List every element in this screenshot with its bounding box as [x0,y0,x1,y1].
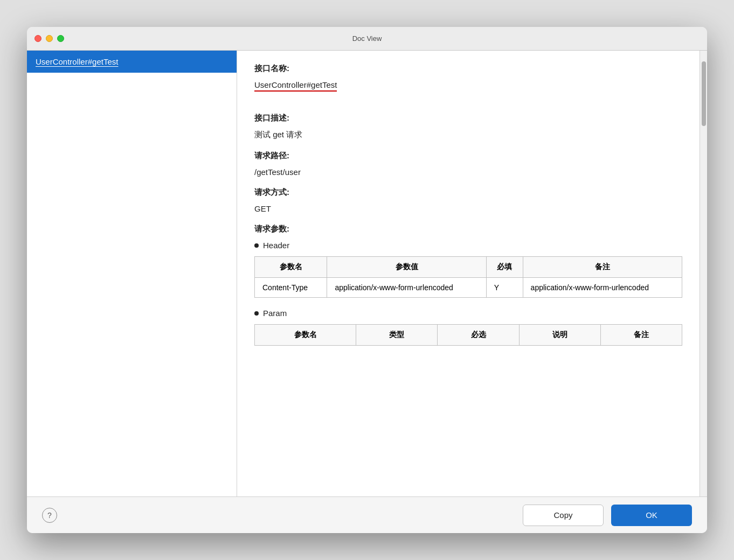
sidebar: UserController#getTest [27,51,237,496]
main-panel: 接口名称: UserController#getTest 接口描述: 测试 ge… [237,51,700,496]
api-params-label: 请求参数: [254,224,682,234]
title-bar: Doc View [27,27,707,51]
param-col-1: 类型 [356,325,438,346]
api-desc-section: 接口描述: 测试 get 请求 [254,113,682,140]
help-button[interactable]: ? [42,508,57,523]
api-path-value: /getTest/user [254,167,682,177]
api-method-section: 请求方式: GET [254,187,682,213]
header-bullet-label: Header [263,241,289,250]
param-col-4: 备注 [600,325,682,346]
scrollbar-track[interactable] [700,51,707,496]
param-col-3: 说明 [519,325,600,346]
header-table: 参数名 参数值 必填 备注 Content-Typeapplication/x-… [254,256,682,298]
footer: ? Copy OK [27,496,707,533]
api-method-value: GET [254,204,682,213]
param-col-0: 参数名 [255,325,356,346]
table-row: Content-Typeapplication/x-www-form-urlen… [255,278,682,298]
param-bullet-icon [254,311,259,316]
maximize-button[interactable] [57,35,64,42]
table-cell: Content-Type [255,278,327,298]
param-col-2: 必选 [438,325,519,346]
header-col-3: 备注 [523,257,682,278]
table-cell: application/x-www-form-urlencoded [523,278,682,298]
header-col-1: 参数值 [327,257,486,278]
api-name-label: 接口名称: [254,64,682,74]
param-table-header-row: 参数名 类型 必选 说明 备注 [255,325,682,346]
header-table-header-row: 参数名 参数值 必填 备注 [255,257,682,278]
param-table: 参数名 类型 必选 说明 备注 [254,324,682,346]
copy-button[interactable]: Copy [523,505,604,526]
ok-button[interactable]: OK [611,505,692,526]
scrollbar-thumb[interactable] [702,61,706,126]
api-name-value: UserController#getTest [254,80,337,92]
param-bullet-row: Param [254,309,682,318]
traffic-lights [34,35,64,42]
header-col-0: 参数名 [255,257,327,278]
api-desc-value: 测试 get 请求 [254,130,682,140]
footer-buttons: Copy OK [523,505,692,526]
sidebar-item-0[interactable]: UserController#getTest [27,51,237,73]
close-button[interactable] [34,35,41,42]
header-bullet-icon [254,243,259,248]
api-name-section: 接口名称: UserController#getTest [254,64,682,102]
api-path-section: 请求路径: /getTest/user [254,151,682,177]
sidebar-item-label-0: UserController#getTest [36,57,118,66]
api-params-section: 请求参数: Header 参数名 参数值 必填 备注 [254,224,682,346]
minimize-button[interactable] [46,35,53,42]
content-area: UserController#getTest 接口名称: UserControl… [27,51,707,496]
window-title: Doc View [352,34,382,43]
api-path-label: 请求路径: [254,151,682,161]
help-icon: ? [47,511,52,520]
table-cell: Y [486,278,523,298]
api-method-label: 请求方式: [254,187,682,198]
header-col-2: 必填 [486,257,523,278]
header-bullet-row: Header [254,241,682,250]
api-desc-label: 接口描述: [254,113,682,123]
table-cell: application/x-www-form-urlencoded [327,278,486,298]
main-window: Doc View UserController#getTest 接口名称: Us… [27,27,707,533]
param-bullet-label: Param [263,309,287,318]
